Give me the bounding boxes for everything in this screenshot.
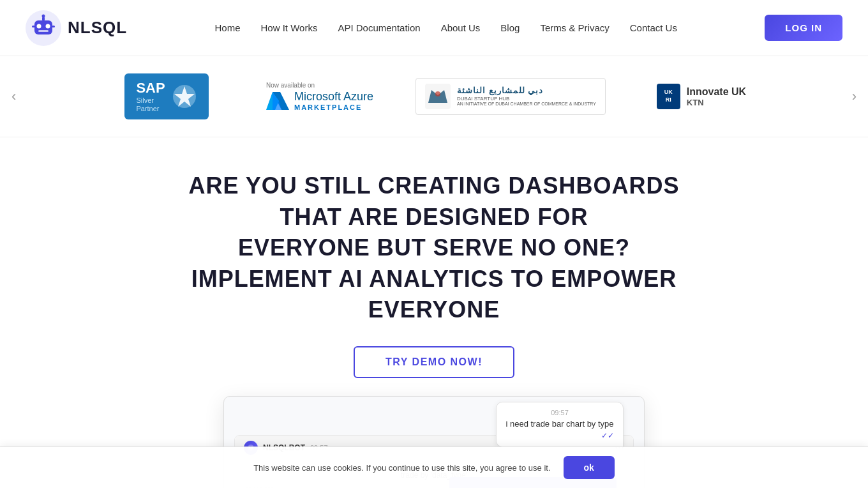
partners-strip: ‹ SAP SilverPartner Now available on [0,56,868,137]
brand-name: NLSQL [68,18,127,38]
cookie-banner: This website can use cookies. If you con… [0,446,868,488]
svg-rect-4 [38,30,49,32]
check-icon: ✓✓ [601,431,614,440]
hero-line3: IMPLEMENT AI ANALYTICS TO EMPOWER EVERYO… [191,266,677,323]
cookie-text: This website can use cookies. If you con… [253,463,550,473]
hero-line2: EVERYONE BUT SERVE NO ONE? [238,234,630,261]
nav-home[interactable]: Home [214,22,240,33]
nav-logo[interactable]: NLSQL [26,10,127,46]
svg-point-6 [42,14,45,17]
azure-available-text: Now available on [266,82,315,89]
nav-api-documentation[interactable]: API Documentation [338,22,420,33]
nav-contact-us[interactable]: Contact Us [630,22,677,33]
demo-button[interactable]: TRY DEMO NOW! [354,346,514,378]
chat-bubble: 09:57 i need trade bar chart by type ✓✓ [496,402,624,447]
azure-icon [266,92,289,110]
hero-section: ARE YOU STILL CREATING DASHBOARDS THAT A… [0,137,868,488]
nav-terms-privacy[interactable]: Terms & Privacy [540,22,609,33]
svg-point-2 [37,24,41,28]
hero-headline: ARE YOU STILL CREATING DASHBOARDS THAT A… [172,171,696,326]
nav-blog[interactable]: Blog [500,22,520,33]
partner-sap: SAP SilverPartner [109,74,224,119]
nav-links-list: Home How It Works API Documentation Abou… [214,22,677,34]
dubai-icon [425,84,451,109]
chat-time: 09:57 [505,409,614,416]
partner-uk: UKRI Innovate UK KTN [644,74,759,119]
svg-rect-8 [52,26,55,27]
partners-next-button[interactable]: › [847,83,862,110]
nlsql-logo-icon [26,10,61,46]
login-button[interactable]: LOG IN [765,15,842,41]
nav-about-us[interactable]: About Us [441,22,481,33]
nav-how-it-works[interactable]: How It Works [261,22,318,33]
navbar: NLSQL Home How It Works API Documentatio… [0,0,868,56]
partners-prev-button[interactable]: ‹ [6,83,21,110]
chat-message: i need trade bar chart by type [505,419,614,429]
sap-badge-icon [172,84,197,109]
svg-point-15 [435,91,440,96]
partner-azure: Now available on Microsoft Azure MARKETP… [262,74,377,119]
cookie-ok-button[interactable]: ok [564,456,615,479]
hero-line1: ARE YOU STILL CREATING DASHBOARDS THAT A… [188,172,679,230]
partner-dubai: دبي للمشاريع الناشئة DUBAI STARTUP HUB A… [415,74,606,119]
svg-point-3 [46,24,50,28]
svg-rect-7 [32,26,35,27]
